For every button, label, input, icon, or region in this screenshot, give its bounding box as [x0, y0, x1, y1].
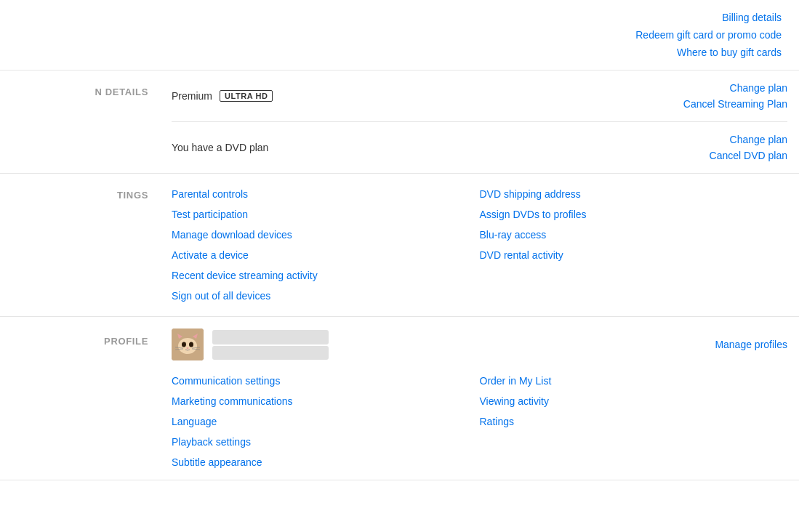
subtitle-appearance-link[interactable]: Subtitle appearance	[172, 456, 480, 468]
plan-section-label: N DETAILS	[95, 86, 149, 97]
svg-point-8	[187, 347, 189, 349]
parental-controls-link[interactable]: Parental controls	[172, 188, 480, 200]
plan-label-area: N DETAILS	[0, 70, 160, 173]
billing-top-section: Billing details Redeem gift card or prom…	[0, 0, 799, 70]
profile-details	[212, 330, 329, 360]
dvd-shipping-address-link[interactable]: DVD shipping address	[480, 188, 788, 200]
settings-section-label: TINGS	[117, 190, 148, 201]
premium-plan-row: Premium ULTRA HD Change plan Cancel Stre…	[172, 70, 787, 122]
svg-point-7	[189, 342, 193, 347]
profile-settings-cols: Communication settings Marketing communi…	[172, 375, 787, 468]
marketing-communications-link[interactable]: Marketing communications	[172, 395, 480, 407]
settings-label-area: TINGS	[0, 188, 160, 302]
profile-section-label: PROFILE	[104, 336, 148, 347]
settings-col-1: Parental controls Test participation Man…	[172, 188, 480, 302]
blu-ray-access-link[interactable]: Blu-ray access	[480, 229, 788, 241]
plan-content-area: Premium ULTRA HD Change plan Cancel Stre…	[160, 70, 799, 173]
recent-device-streaming-link[interactable]: Recent device streaming activity	[172, 270, 480, 281]
premium-change-plan-link[interactable]: Change plan	[730, 82, 787, 94]
billing-top-content: Billing details Redeem gift card or prom…	[160, 12, 799, 58]
avatar	[172, 329, 204, 360]
order-in-my-list-link[interactable]: Order in My List	[480, 375, 788, 387]
profile-settings-col-2: Order in My List Viewing activity Rating…	[480, 375, 788, 468]
activate-device-link[interactable]: Activate a device	[172, 249, 480, 261]
page-container: Billing details Redeem gift card or prom…	[0, 0, 799, 480]
billing-details-link[interactable]: Billing details	[722, 12, 782, 23]
test-participation-link[interactable]: Test participation	[172, 209, 480, 220]
dvd-plan-text: You have a DVD plan	[172, 142, 268, 153]
where-to-buy-link[interactable]: Where to buy gift cards	[677, 47, 782, 58]
billing-top-label	[0, 12, 160, 58]
viewing-activity-link[interactable]: Viewing activity	[480, 395, 788, 407]
dvd-plan-row: You have a DVD plan Change plan Cancel D…	[172, 122, 787, 173]
language-link[interactable]: Language	[172, 416, 480, 427]
plan-section: N DETAILS Premium ULTRA HD Change plan C…	[0, 70, 799, 174]
profile-header: Manage profiles	[172, 329, 787, 360]
manage-profiles-link[interactable]: Manage profiles	[715, 339, 787, 350]
ultra-hd-badge: ULTRA HD	[220, 90, 273, 102]
cancel-streaming-plan-link[interactable]: Cancel Streaming Plan	[683, 98, 787, 110]
profile-info	[172, 329, 329, 360]
profile-settings-col-1: Communication settings Marketing communi…	[172, 375, 480, 468]
sign-out-all-devices-link[interactable]: Sign out of all devices	[172, 290, 480, 302]
profile-content-area: Manage profiles Communication settings M…	[160, 329, 799, 468]
dvd-rental-activity-link[interactable]: DVD rental activity	[480, 249, 788, 261]
profile-email	[212, 346, 329, 360]
cancel-dvd-plan-link[interactable]: Cancel DVD plan	[710, 150, 787, 161]
profile-name	[212, 330, 329, 344]
premium-plan-actions: Change plan Cancel Streaming Plan	[683, 82, 787, 110]
svg-point-1	[178, 338, 197, 354]
billing-top-links: Billing details Redeem gift card or prom…	[635, 12, 782, 58]
dvd-plan-actions: Change plan Cancel DVD plan	[710, 134, 787, 161]
premium-plan-name: Premium	[172, 90, 212, 102]
svg-point-6	[182, 342, 186, 347]
profile-section: PROFILE	[0, 317, 799, 480]
settings-content-area: Parental controls Test participation Man…	[160, 188, 799, 302]
redeem-gift-link[interactable]: Redeem gift card or promo code	[635, 29, 782, 41]
playback-settings-link[interactable]: Playback settings	[172, 436, 480, 448]
manage-download-devices-link[interactable]: Manage download devices	[172, 229, 480, 241]
dvd-plan-info: You have a DVD plan	[172, 142, 268, 153]
assign-dvds-profiles-link[interactable]: Assign DVDs to profiles	[480, 209, 788, 220]
dvd-change-plan-link[interactable]: Change plan	[730, 134, 787, 145]
settings-col-2: DVD shipping address Assign DVDs to prof…	[480, 188, 788, 302]
avatar-image	[172, 329, 204, 360]
settings-section: TINGS Parental controls Test participati…	[0, 174, 799, 317]
communication-settings-link[interactable]: Communication settings	[172, 375, 480, 387]
ratings-link[interactable]: Ratings	[480, 416, 788, 427]
profile-label-area: PROFILE	[0, 329, 160, 468]
premium-plan-info: Premium ULTRA HD	[172, 90, 273, 102]
